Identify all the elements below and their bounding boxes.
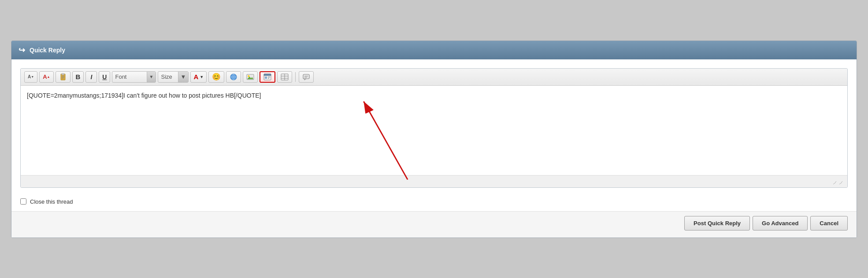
font-select[interactable]: Font ▼ [112, 71, 156, 83]
editor-area: A▼ A▲ B [11, 59, 857, 192]
toolbar: A▼ A▲ B [21, 69, 847, 86]
font-placeholder: Font [115, 73, 126, 80]
format-paste-btn[interactable] [56, 71, 70, 83]
italic-btn[interactable]: I [85, 71, 97, 83]
cancel-btn[interactable]: Cancel [810, 216, 848, 230]
smiley-icon: 😊 [212, 73, 221, 81]
toolbar-separator [295, 72, 296, 82]
close-thread-label[interactable]: Close this thread [30, 198, 73, 205]
title-bar: ↩ Quick Reply [11, 41, 857, 59]
insert-image-btn[interactable] [260, 71, 275, 83]
text-area-container: [QUOTE=2manymustangs;171934]I can't figu… [21, 86, 847, 187]
insert-image-icon [263, 73, 271, 81]
italic-label: I [90, 73, 92, 80]
back-icon: ↩ [19, 45, 25, 55]
svg-rect-1 [62, 73, 64, 75]
bold-btn[interactable]: B [72, 71, 84, 83]
globe-icon [230, 73, 237, 81]
underline-label: U [102, 73, 107, 80]
resize-handle[interactable]: ⟋⟋ [832, 179, 844, 186]
smiley-btn[interactable]: 😊 [208, 71, 224, 83]
font-dropdown-arrow[interactable]: ▼ [147, 72, 156, 82]
go-advanced-btn[interactable]: Go Advanced [753, 216, 808, 230]
svg-rect-15 [268, 77, 270, 77]
color-btn[interactable]: A ▼ [190, 71, 207, 83]
title-bar-label: Quick Reply [30, 47, 65, 54]
size-dropdown-arrow[interactable]: ▼ [178, 72, 189, 82]
svg-rect-16 [268, 78, 269, 79]
underline-btn[interactable]: U [99, 71, 110, 83]
decrease-font-btn[interactable]: A▼ [24, 71, 37, 83]
svg-marker-22 [304, 79, 306, 80]
size-select[interactable]: Size ▼ [158, 71, 189, 83]
quote-icon [302, 73, 310, 81]
bold-label: B [76, 73, 81, 80]
post-quick-reply-btn[interactable]: Post Quick Reply [684, 216, 750, 230]
image-btn[interactable] [243, 71, 258, 83]
size-placeholder: Size [161, 73, 172, 80]
svg-rect-14 [265, 77, 267, 79]
close-thread-checkbox[interactable] [20, 198, 26, 205]
list-icon [281, 73, 289, 81]
editor-box: A▼ A▲ B [20, 68, 848, 188]
close-thread-row: Close this thread [11, 192, 857, 211]
image-icon [246, 73, 254, 81]
reply-textarea[interactable]: [QUOTE=2manymustangs;171934]I can't figu… [21, 86, 847, 174]
svg-rect-21 [303, 74, 309, 79]
color-arrow: ▼ [200, 75, 204, 79]
increase-font-btn[interactable]: A▲ [39, 71, 53, 83]
link-btn[interactable] [226, 71, 241, 83]
quote-btn[interactable] [299, 71, 314, 83]
resize-bar: ⟋⟋ [21, 175, 847, 187]
svg-rect-13 [264, 74, 271, 76]
action-bar: Post Quick Reply Go Advanced Cancel [11, 211, 857, 238]
color-label: A [193, 73, 198, 80]
list-btn[interactable] [277, 71, 292, 83]
quick-reply-container: ↩ Quick Reply A▼ A▲ [11, 40, 857, 238]
